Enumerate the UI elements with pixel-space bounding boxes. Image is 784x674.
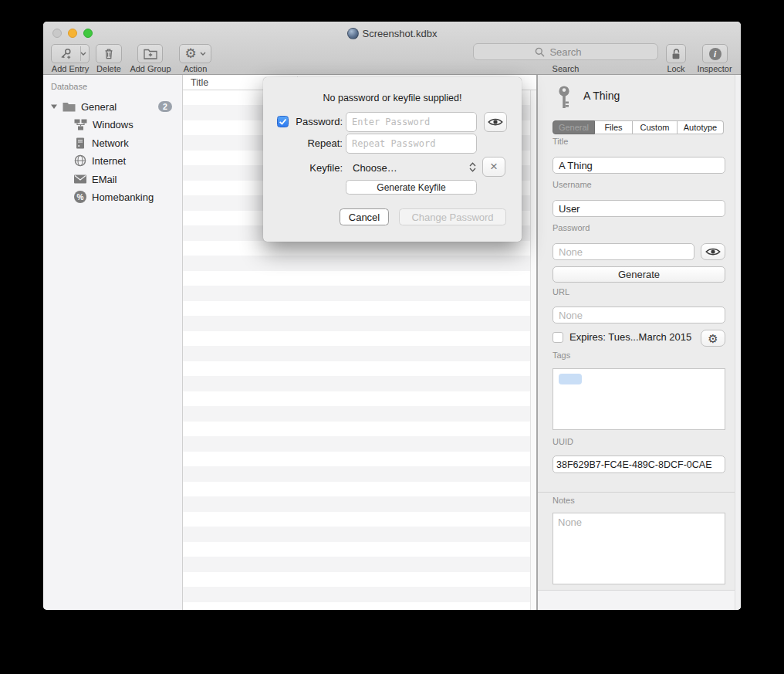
sidebar-item-email[interactable]: EMail [43, 171, 183, 188]
sidebar-item-windows[interactable]: Windows [43, 116, 183, 133]
key-icon [557, 86, 571, 109]
dialog-password-label: Password: [290, 116, 343, 127]
expires-settings-button[interactable]: ⚙ [701, 330, 725, 347]
expires-label: Expires: Tues...March 2015 [569, 331, 691, 343]
eye-icon [488, 117, 503, 127]
password-field-wrap [553, 243, 694, 260]
gear-icon: ⚙ [184, 47, 196, 60]
dialog-password-field-wrap [346, 112, 477, 132]
lock-button[interactable] [666, 44, 686, 63]
dialog-repeat-field-wrap [346, 134, 477, 154]
tab-files[interactable]: Files [595, 120, 633, 134]
unlocked-padlock-icon [671, 48, 681, 60]
dialog-repeat-input[interactable] [346, 134, 477, 154]
inspector-scrollbar[interactable] [735, 75, 741, 610]
document-icon [347, 28, 359, 39]
envelope-icon [74, 174, 86, 184]
username-input[interactable] [553, 200, 725, 217]
tag-pill[interactable] [559, 374, 582, 384]
add-group-button[interactable] [137, 44, 163, 63]
sidebar-item-label: Windows [93, 119, 133, 130]
change-password-dialog: No password or keyfile supplied! Passwor… [263, 77, 522, 242]
password-checkbox[interactable] [277, 116, 289, 127]
uuid-field-label: UUID [553, 437, 573, 446]
disclosure-triangle-icon[interactable] [51, 103, 57, 110]
inspector-tabs: General Files Custom Autotype [553, 120, 724, 134]
sidebar-item-network[interactable]: Network [43, 134, 183, 151]
url-input[interactable] [553, 307, 725, 323]
gear-icon: ⚙ [708, 332, 718, 345]
close-icon: × [490, 160, 498, 173]
chevron-down-icon [200, 52, 206, 56]
url-field-label: URL [553, 287, 569, 296]
search-caption: Search [542, 64, 589, 73]
tags-field-label: Tags [553, 351, 570, 360]
tab-autotype[interactable]: Autotype [678, 120, 724, 134]
keyfile-popup-button[interactable]: Choose… [353, 162, 397, 174]
username-field-label: Username [553, 180, 592, 189]
checkmark-icon [278, 117, 288, 127]
sidebar-item-internet[interactable]: Internet [43, 152, 183, 169]
sidebar-item-homebanking[interactable]: % Homebanking [43, 188, 183, 205]
sidebar-item-label: Homebanking [92, 191, 154, 203]
trash-icon [103, 47, 115, 60]
tab-general[interactable]: General [553, 120, 595, 134]
change-password-button[interactable]: Change Password [399, 208, 506, 225]
reveal-password-button[interactable] [701, 243, 725, 260]
notes-field-label: Notes [553, 496, 575, 505]
sidebar-item-general[interactable]: General 2 [43, 98, 183, 115]
percent-icon: % [74, 191, 86, 203]
lock-label: Lock [661, 64, 691, 73]
window-title: Screenshot.kdbx [363, 28, 438, 39]
windows-network-icon [74, 119, 87, 130]
username-field-wrap [553, 200, 725, 217]
key-plus-icon [59, 48, 72, 60]
server-icon [76, 137, 85, 149]
notes-textarea[interactable] [553, 513, 725, 584]
action-button[interactable]: ⚙ [179, 44, 211, 63]
notes-divider [538, 492, 741, 493]
sidebar-item-label: EMail [92, 174, 117, 185]
generate-keyfile-button[interactable]: Generate Keyfile [346, 180, 477, 195]
sidebar: Database General 2 [43, 75, 183, 610]
folder-plus-icon [144, 48, 157, 59]
dialog-keyfile-label: Keyfile: [290, 162, 343, 174]
dialog-message: No password or keyfile supplied! [263, 93, 522, 103]
desktop-background: Screenshot.kdbx Add Entry [0, 0, 784, 674]
clear-keyfile-button[interactable]: × [482, 157, 505, 177]
tab-custom[interactable]: Custom [633, 120, 678, 134]
generate-password-button[interactable]: Generate [553, 266, 725, 283]
sidebar-section-header: Database [51, 82, 87, 91]
url-field-wrap [553, 307, 725, 323]
uuid-field-wrap [553, 456, 725, 473]
delete-button[interactable] [96, 44, 122, 63]
search-icon [535, 47, 545, 57]
entry-list-scrollbar[interactable] [530, 90, 536, 610]
sidebar-item-label: Internet [92, 155, 126, 167]
info-icon: i [709, 48, 721, 60]
delete-label: Delete [92, 64, 126, 73]
inspector-footer [538, 590, 741, 610]
chevron-down-icon [80, 52, 86, 56]
title-field-label: Title [553, 137, 568, 146]
sidebar-item-label: General [81, 101, 117, 113]
add-entry-label: Add Entry [46, 64, 94, 73]
add-entry-button[interactable] [51, 44, 90, 63]
dialog-repeat-label: Repeat: [290, 137, 343, 149]
search-input[interactable] [473, 43, 658, 60]
dialog-password-input[interactable] [346, 112, 477, 132]
password-input[interactable] [553, 243, 694, 260]
column-header-title[interactable]: Title [191, 77, 208, 88]
title-input[interactable] [553, 157, 725, 174]
window-header: Screenshot.kdbx Add Entry [43, 22, 741, 75]
inspector-button[interactable]: i [702, 44, 728, 63]
stepper-icon[interactable] [469, 162, 476, 172]
title-field-wrap [553, 157, 725, 174]
tags-box[interactable] [553, 368, 725, 430]
expires-checkbox[interactable] [553, 332, 563, 343]
inspector-panel: A Thing General Files Custom Autotype Ti… [538, 75, 741, 610]
entry-title: A Thing [583, 90, 620, 102]
cancel-button[interactable]: Cancel [340, 208, 389, 225]
dialog-reveal-password-button[interactable] [484, 112, 507, 132]
uuid-input[interactable] [553, 456, 725, 473]
